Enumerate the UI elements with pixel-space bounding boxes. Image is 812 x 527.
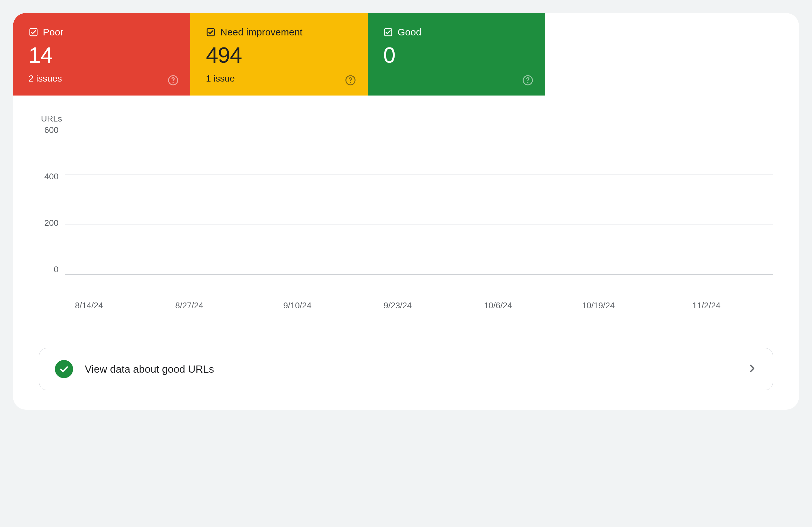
tab-need-issues: 1 issue xyxy=(206,73,352,84)
checkbox-checked-icon xyxy=(383,27,393,37)
y-axis: 6004002000 xyxy=(39,125,65,274)
chart-bars xyxy=(65,125,773,274)
y-tick: 600 xyxy=(44,125,58,135)
help-icon[interactable] xyxy=(345,75,356,86)
tab-need-improvement[interactable]: Need improvement 494 1 issue xyxy=(190,13,368,96)
tab-need-label: Need improvement xyxy=(220,27,302,38)
tab-good-value: 0 xyxy=(383,42,530,68)
checkbox-checked-icon xyxy=(206,27,216,37)
tab-good-label: Good xyxy=(397,27,421,38)
x-tick: 9/23/24 xyxy=(383,301,412,311)
x-tick: 10/19/24 xyxy=(582,301,615,311)
gridline xyxy=(65,174,773,175)
checkbox-checked-icon xyxy=(29,27,38,37)
x-tick: 9/10/24 xyxy=(283,301,311,311)
svg-point-8 xyxy=(527,82,528,83)
x-tick: 8/27/24 xyxy=(175,301,204,311)
view-good-urls-button[interactable]: View data about good URLs xyxy=(39,348,773,390)
gridline xyxy=(65,224,773,225)
x-tick: 11/2/24 xyxy=(692,301,721,311)
help-icon[interactable] xyxy=(168,75,179,86)
x-tick: 10/6/24 xyxy=(484,301,512,311)
tab-good[interactable]: Good 0 xyxy=(368,13,545,96)
help-icon[interactable] xyxy=(522,75,533,86)
y-tick: 200 xyxy=(44,218,58,228)
plot-area xyxy=(65,125,773,274)
tab-poor[interactable]: Poor 14 2 issues xyxy=(13,13,190,96)
core-web-vitals-card: Poor 14 2 issues Need improvement 494 1 … xyxy=(13,13,799,410)
svg-point-5 xyxy=(350,82,351,83)
tab-need-value: 494 xyxy=(206,42,352,68)
x-axis: 8/14/248/27/249/10/249/23/2410/6/2410/19… xyxy=(71,301,773,314)
x-tick: 8/14/24 xyxy=(75,301,103,311)
y-axis-title: URLs xyxy=(41,114,773,124)
svg-point-2 xyxy=(173,82,173,83)
cta-label: View data about good URLs xyxy=(85,363,735,375)
tab-poor-issues: 2 issues xyxy=(29,73,175,84)
tab-poor-label: Poor xyxy=(43,27,63,38)
y-tick: 400 xyxy=(44,172,58,182)
check-circle-icon xyxy=(55,360,73,378)
chart: URLs 6004002000 1 8/14/248/27/249/10/249… xyxy=(13,96,799,317)
y-tick: 0 xyxy=(54,265,58,274)
tab-poor-value: 14 xyxy=(29,42,175,68)
chevron-right-icon xyxy=(747,363,757,375)
status-tabs: Poor 14 2 issues Need improvement 494 1 … xyxy=(13,13,799,96)
